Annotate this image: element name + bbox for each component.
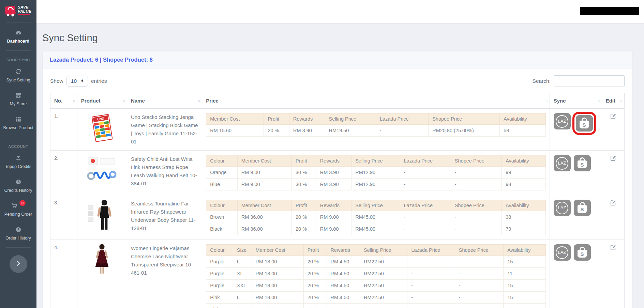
price-cell: 30 % [292,179,316,190]
entries-label: entries [91,78,107,84]
price-subtable-row: BlueRM 9.0030 %RM 3.90RM12.90--98 [206,179,545,190]
stepper-arrows-icon: ▲▼ [81,79,84,83]
price-cell: RM45.00 [351,223,400,235]
table-header-row: No.↑↓Product↑↓Name↑↓Price↑↓Sync↑↓Edit↑↓ [50,93,625,109]
sidebar: SAVE VALUE DashboardSHOP SYNCSync Settin… [0,0,36,308]
sidebar-item-sync-setting[interactable]: Sync Setting [0,63,36,87]
price-cell: - [451,167,501,179]
app-logo[interactable]: SAVE VALUE [4,0,33,20]
price-cell: 98 [502,179,545,190]
price-col-header: Selling Price [360,245,407,256]
column-header-label: No. [54,98,62,104]
price-cell: 15 [504,304,545,308]
lazada-icon: LAZ [556,115,568,128]
price-cell: 15 [504,292,545,304]
redacted-black-bar [580,7,639,15]
edit-button[interactable] [610,113,616,121]
lazada-sync-button[interactable]: LAZ [554,155,571,171]
price-cell: 38 [502,211,545,223]
shopee-sync-button[interactable]: S [576,115,593,132]
price-cell: - [400,179,451,190]
price-col-header: Shopee Price [429,113,500,125]
page-size-select[interactable]: 10 ▲▼ [66,76,88,87]
price-cell: RM12.90 [351,167,400,179]
price-col-header: Member Cost [237,200,291,211]
shopee-sync-button[interactable]: S [574,155,591,171]
shopee-sync-button[interactable]: S [574,244,591,261]
price-col-header: Profit [303,245,327,256]
price-cell: Brown [206,211,238,223]
price-cell: RM 9.00 [237,179,291,190]
price-col-header: Selling Price [351,200,400,211]
price-subtable-row: RM 15.6020 %RM 3.90RM19.50-RM20.80 (25.0… [206,125,545,137]
price-subtable-header-row: ColourMember CostProfitRewardsSelling Pr… [206,200,545,211]
sidebar-item-label: Pending Order [1,212,35,217]
search-input[interactable] [554,75,625,87]
price-cell: - [400,211,451,223]
price-col-header: Rewards [316,200,351,211]
edit-button[interactable] [610,244,616,252]
price-cell: RM22.50 [360,256,407,268]
edit-button[interactable] [610,155,616,163]
column-header-product[interactable]: Product↑↓ [77,93,127,109]
sidebar-item-dashboard[interactable]: Dashboard [0,25,36,48]
price-cell: XXL [233,280,252,292]
price-cell: Black [206,223,238,235]
sidebar-item-browse-product[interactable]: Browse Product [0,111,36,135]
column-header-edit[interactable]: Edit↑↓ [602,93,624,109]
grid-icon [1,116,35,123]
product-image [85,182,119,187]
show-label: Show [50,78,63,84]
price-col-header: Rewards [316,155,351,167]
lazada-sync-button[interactable]: LAZ [554,113,571,129]
sort-icon: ↑↓ [620,98,622,103]
product-name: Women Lingerie Pajamas Chemise Lace Nigh… [127,240,202,308]
lazada-sync-button[interactable]: LAZ [554,244,571,261]
price-cell: - [407,280,455,292]
sidebar-item-topup-credits[interactable]: Topup Credits [0,150,36,174]
price-cell: - [400,223,451,235]
sidebar-item-label: Browse Product [1,125,35,130]
shopee-bag-icon: S [578,205,587,213]
price-cell: Orange [206,167,238,179]
page-size-value: 10 [71,78,77,84]
price-cell: RM 18.00 [252,292,303,304]
column-header-name[interactable]: Name↑↓ [127,93,202,109]
sidebar-collapse-button[interactable] [10,255,27,273]
price-col-header: Lazada Price [407,245,455,256]
price-cell: RM 9.00 [316,223,351,235]
price-cell: - [407,256,455,268]
hand-heart-icon [1,155,35,162]
sidebar-item-credits-history[interactable]: Credits History [0,174,36,198]
price-cell: RM22.50 [360,280,407,292]
search-label: Search: [533,78,551,84]
price-subtable-header-row: ColourSizeMember CostProfitRewardsSellin… [206,245,545,256]
sidebar-item-label: Sync Setting [1,78,35,82]
column-header-price[interactable]: Price↑↓ [202,93,550,109]
edit-button[interactable] [610,200,616,207]
row-number: 1. [50,108,77,151]
price-col-header: Lazada Price [376,113,428,125]
sidebar-item-order-history[interactable]: Order History [0,221,36,245]
price-cell: L [233,256,252,268]
price-subtable-row: BlackRM 36.0020 %RM 9.00RM45.00--79 [206,223,545,235]
price-cell: 58 [500,125,545,137]
column-header-no[interactable]: No.↑↓ [50,93,77,109]
shopee-sync-button[interactable]: S [574,200,591,216]
sidebar-item-pending-order[interactable]: 0Pending Order [0,198,36,221]
price-cell: 11 [504,268,545,280]
sidebar-item-my-store[interactable]: My Store [0,87,36,111]
price-col-header: Colour [206,155,238,167]
sort-icon: ↑↓ [597,98,599,103]
column-header-sync[interactable]: Sync↑↓ [550,93,602,109]
cart-icon [11,202,18,210]
logo-bag-icon [5,5,16,15]
sidebar-item-label: Dashboard [1,39,35,44]
price-col-header: Colour [206,200,238,211]
price-cell: RM 18.00 [252,304,303,308]
sort-icon: ↑↓ [545,98,547,103]
price-cell: RM22.50 [360,292,407,304]
price-subtable-row: PurpleXLRM 18.0020 %RM 4.50RM22.50--11 [206,268,545,280]
sort-icon: ↑↓ [72,98,75,103]
lazada-sync-button[interactable]: LAZ [554,200,571,216]
